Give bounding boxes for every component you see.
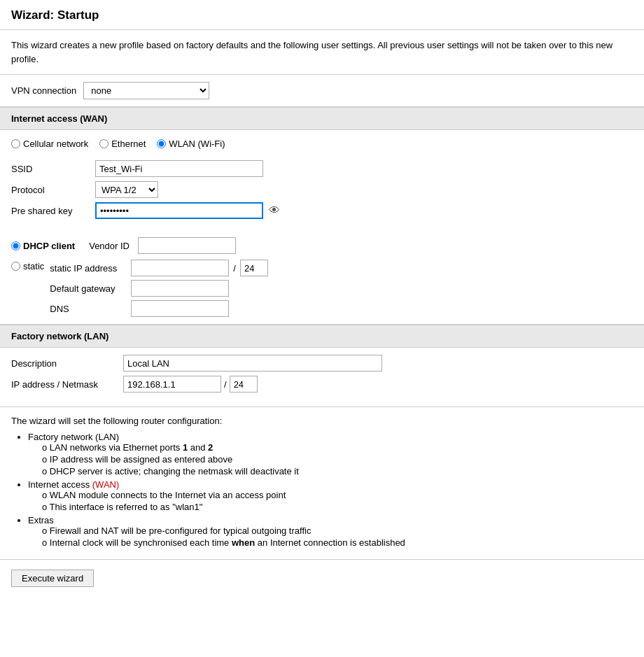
vendor-id-input[interactable] bbox=[138, 237, 236, 254]
info-sub-extras-2: Internal clock will be synchronised each… bbox=[42, 537, 633, 548]
internet-access-heading: Internet access (WAN) bbox=[11, 113, 633, 124]
info-item-lan-subs: LAN networks via Ethernet ports 1 and 2 … bbox=[42, 442, 633, 476]
dhcp-static-section: DHCP client Vendor ID static static IP a… bbox=[0, 233, 644, 324]
info-item-wan-subs: WLAN module connects to the Internet via… bbox=[42, 490, 633, 512]
slash-2: / bbox=[224, 379, 227, 390]
info-item-extras-subs: Firewall and NAT will be pre-configured … bbox=[42, 525, 633, 548]
static-radio-label[interactable]: static bbox=[11, 261, 44, 271]
description-label: Description bbox=[11, 358, 123, 369]
static-ip-label: static IP address bbox=[50, 263, 127, 274]
dns-row: DNS bbox=[50, 300, 268, 317]
dhcp-label: DHCP client bbox=[23, 241, 75, 251]
lan-section: Description IP address / Netmask / bbox=[0, 348, 644, 407]
ip-netmask-label: IP address / Netmask bbox=[11, 379, 123, 390]
radio-cellular[interactable]: Cellular network bbox=[11, 139, 88, 149]
dhcp-radio-label[interactable]: DHCP client bbox=[11, 241, 75, 251]
radio-cellular-input[interactable] bbox=[11, 139, 20, 148]
gateway-row: Default gateway bbox=[50, 280, 268, 297]
info-item-wan-label: Internet access (WAN) bbox=[28, 479, 119, 490]
info-list: Factory network (LAN) LAN networks via E… bbox=[28, 432, 633, 548]
psk-input[interactable] bbox=[95, 202, 263, 219]
static-section: static static IP address / Default gatew… bbox=[11, 260, 633, 317]
footer-section: Execute wizard bbox=[0, 560, 644, 597]
vpn-select[interactable]: none bbox=[83, 82, 209, 99]
radio-wlan-label: WLAN (Wi-Fi) bbox=[169, 139, 225, 149]
psk-label: Pre shared key bbox=[11, 206, 95, 216]
info-sub-extras-1: Firewall and NAT will be pre-configured … bbox=[42, 525, 633, 536]
protocol-label: Protocol bbox=[11, 185, 95, 195]
info-section: The wizard will set the following router… bbox=[0, 407, 644, 560]
dns-label: DNS bbox=[50, 304, 127, 314]
execute-wizard-button[interactable]: Execute wizard bbox=[11, 570, 94, 587]
vpn-row: VPN connection none bbox=[0, 75, 644, 107]
page-title: Wizard: Startup bbox=[11, 8, 633, 22]
intro-section: This wizard creates a new profile based … bbox=[0, 30, 644, 75]
ssid-row: SSID bbox=[11, 160, 633, 177]
radio-wlan-input[interactable] bbox=[157, 139, 166, 148]
info-item-lan-label: Factory network (LAN) bbox=[28, 432, 119, 442]
psk-row: Pre shared key 👁 bbox=[11, 202, 633, 219]
info-sub-lan-1: LAN networks via Ethernet ports 1 and 2 bbox=[42, 442, 633, 453]
description-row: Description bbox=[11, 355, 633, 372]
static-radio-input[interactable] bbox=[11, 262, 20, 271]
ip-netmask-row: IP address / Netmask / bbox=[11, 376, 633, 393]
radio-wlan[interactable]: WLAN (Wi-Fi) bbox=[157, 139, 225, 149]
slash-1: / bbox=[233, 263, 236, 274]
radio-ethernet-label: Ethernet bbox=[111, 139, 146, 149]
vendor-id-label: Vendor ID bbox=[89, 241, 130, 251]
description-input[interactable] bbox=[123, 355, 382, 372]
psk-wrapper: 👁 bbox=[95, 202, 281, 219]
info-item-extras-label: Extras bbox=[28, 515, 54, 525]
lan-heading: Factory network (LAN) bbox=[11, 331, 633, 341]
dhcp-row: DHCP client Vendor ID bbox=[11, 237, 633, 254]
protocol-row: Protocol WPA 1/2 WPA 2 WEP none bbox=[11, 181, 633, 198]
info-sub-wan-2: This interface is referred to as "wlan1" bbox=[42, 502, 633, 512]
info-item-wan: Internet access (WAN) WLAN module connec… bbox=[28, 479, 633, 512]
protocol-select[interactable]: WPA 1/2 WPA 2 WEP none bbox=[95, 181, 158, 198]
lan-header: Factory network (LAN) bbox=[0, 325, 644, 348]
wan-radio-row: Cellular network Ethernet WLAN (Wi-Fi) bbox=[0, 130, 644, 155]
internet-access-header: Internet access (WAN) bbox=[0, 107, 644, 130]
page-title-section: Wizard: Startup bbox=[0, 0, 644, 30]
lan-ip-input[interactable] bbox=[123, 376, 221, 393]
radio-cellular-label: Cellular network bbox=[23, 139, 88, 149]
radio-ethernet-input[interactable] bbox=[99, 139, 108, 148]
info-sub-lan-2: IP address will be assigned as entered a… bbox=[42, 454, 633, 465]
psk-toggle-btn[interactable]: 👁 bbox=[267, 204, 281, 217]
gateway-label: Default gateway bbox=[50, 283, 127, 294]
info-item-lan: Factory network (LAN) LAN networks via E… bbox=[28, 432, 633, 476]
info-sub-wan-1: WLAN module connects to the Internet via… bbox=[42, 490, 633, 500]
static-fields: static IP address / Default gateway DNS bbox=[50, 260, 268, 317]
static-ip-input[interactable] bbox=[131, 260, 229, 276]
dns-input[interactable] bbox=[131, 300, 229, 317]
static-radio-col: static bbox=[11, 260, 44, 271]
intro-text: This wizard creates a new profile based … bbox=[11, 38, 633, 66]
gateway-input[interactable] bbox=[131, 280, 229, 297]
lan-cidr-input[interactable] bbox=[230, 376, 258, 393]
ssid-input[interactable] bbox=[95, 160, 263, 177]
info-intro: The wizard will set the following router… bbox=[11, 416, 633, 426]
wifi-form-section: SSID Protocol WPA 1/2 WPA 2 WEP none Pre… bbox=[0, 155, 644, 233]
static-ip-row: static IP address / bbox=[50, 260, 268, 276]
static-cidr-input[interactable] bbox=[240, 260, 268, 276]
eye-icon: 👁 bbox=[269, 204, 280, 216]
info-sub-lan-3: DHCP server is active; changing the netm… bbox=[42, 466, 633, 476]
ssid-label: SSID bbox=[11, 164, 95, 174]
dhcp-radio-input[interactable] bbox=[11, 241, 20, 250]
radio-ethernet[interactable]: Ethernet bbox=[99, 139, 146, 149]
vpn-label: VPN connection bbox=[11, 85, 76, 96]
static-label: static bbox=[23, 261, 44, 271]
info-item-extras: Extras Firewall and NAT will be pre-conf… bbox=[28, 515, 633, 548]
